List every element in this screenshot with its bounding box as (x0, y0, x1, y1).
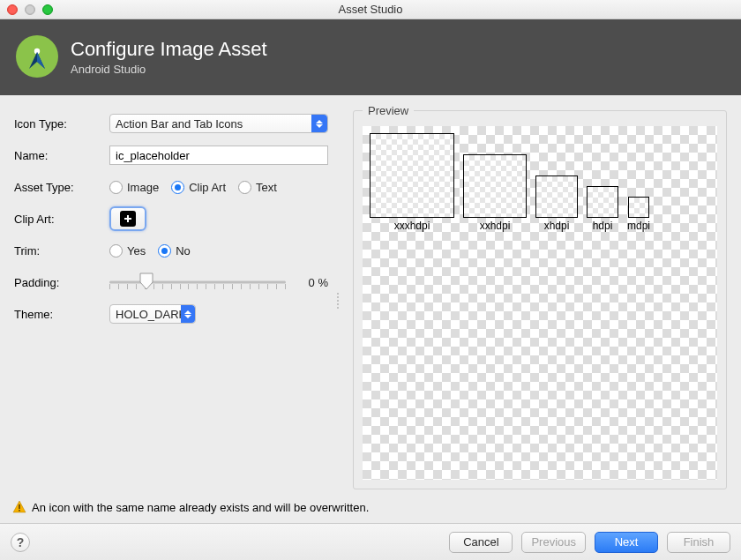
slider-thumb[interactable] (139, 273, 153, 290)
preview-label: xxhdpi (480, 220, 511, 232)
window-title: Asset Studio (0, 3, 741, 16)
icon-type-label: Icon Type: (14, 117, 109, 131)
trim-no-radio[interactable]: No (158, 244, 191, 258)
icon-type-select[interactable]: Action Bar and Tab Icons (109, 114, 328, 133)
titlebar: Asset Studio (0, 0, 741, 19)
footer: ? Cancel Previous Next Finish (0, 523, 741, 560)
preview-canvas: xxxhdpixxhdpixhdpihdpimdpi (363, 126, 717, 480)
name-input[interactable] (109, 146, 328, 165)
trim-radio-group: Yes No (109, 244, 191, 258)
form-panel: Icon Type: Action Bar and Tab Icons Name… (14, 111, 328, 489)
body: Icon Type: Action Bar and Tab Icons Name… (0, 95, 741, 495)
padding-slider[interactable] (109, 273, 286, 292)
asset-type-clipart-radio[interactable]: Clip Art (171, 181, 226, 194)
trim-label: Trim: (14, 244, 109, 258)
preview-box (535, 175, 578, 218)
clip-art-button[interactable] (109, 206, 146, 231)
theme-select[interactable]: HOLO_DARK (109, 304, 196, 324)
splitter-handle[interactable] (337, 293, 342, 309)
asset-type-radio-group: Image Clip Art Text (109, 181, 277, 194)
asset-type-option-label: Text (256, 181, 277, 194)
chevron-updown-icon (181, 305, 195, 323)
svg-rect-2 (124, 218, 131, 220)
padding-label: Padding: (14, 276, 109, 289)
previous-button[interactable]: Previous (521, 532, 586, 553)
next-button[interactable]: Next (595, 532, 658, 553)
warning-text: An icon with the same name already exist… (32, 501, 369, 514)
trim-option-label: No (176, 244, 191, 258)
asset-type-option-label: Image (127, 181, 159, 194)
asset-type-option-label: Clip Art (189, 181, 226, 194)
preview-item: mdpi (627, 197, 650, 232)
preview-fieldset: Preview xxxhdpixxhdpixhdpihdpimdpi (353, 104, 727, 489)
svg-rect-4 (19, 510, 20, 511)
preview-label: mdpi (627, 220, 650, 232)
wizard-header: Configure Image Asset Android Studio (0, 19, 741, 95)
add-clipart-icon (120, 211, 136, 227)
theme-label: Theme: (14, 308, 109, 321)
finish-button[interactable]: Finish (667, 532, 730, 553)
clip-art-label: Clip Art: (14, 213, 109, 226)
page-title: Configure Image Asset (71, 38, 267, 61)
page-subtitle: Android Studio (71, 63, 267, 76)
warning-bar: An icon with the same name already exist… (0, 495, 741, 523)
header-text: Configure Image Asset Android Studio (71, 38, 267, 76)
warning-icon (12, 500, 26, 514)
chevron-updown-icon (311, 115, 327, 132)
preview-item: xxhdpi (463, 154, 527, 232)
preview-box (587, 186, 618, 218)
name-label: Name: (14, 149, 109, 162)
preview-item: xxxhdpi (370, 133, 454, 232)
icon-type-value: Action Bar and Tab Icons (116, 117, 243, 131)
preview-legend: Preview (363, 104, 414, 117)
preview-label: xxxhdpi (394, 220, 430, 232)
preview-item: xhdpi (535, 175, 578, 232)
window: Asset Studio Configure Image Asset Andro… (0, 0, 741, 560)
preview-panel: Preview xxxhdpixxhdpixhdpihdpimdpi (353, 111, 727, 489)
theme-value: HOLO_DARK (116, 308, 186, 321)
preview-label: xhdpi (544, 220, 570, 232)
svg-rect-3 (19, 504, 20, 509)
cancel-button[interactable]: Cancel (449, 532, 513, 553)
preview-label: hdpi (593, 220, 613, 232)
preview-item: hdpi (587, 186, 618, 232)
help-button[interactable]: ? (11, 533, 30, 552)
preview-box (463, 154, 527, 218)
padding-value: 0 % (295, 276, 328, 289)
android-studio-logo (16, 35, 58, 78)
trim-yes-radio[interactable]: Yes (109, 244, 146, 258)
asset-type-image-radio[interactable]: Image (109, 181, 159, 194)
asset-type-text-radio[interactable]: Text (238, 181, 277, 194)
asset-type-label: Asset Type: (14, 181, 109, 194)
preview-box (628, 197, 649, 218)
trim-option-label: Yes (127, 244, 146, 258)
preview-box (370, 133, 454, 218)
